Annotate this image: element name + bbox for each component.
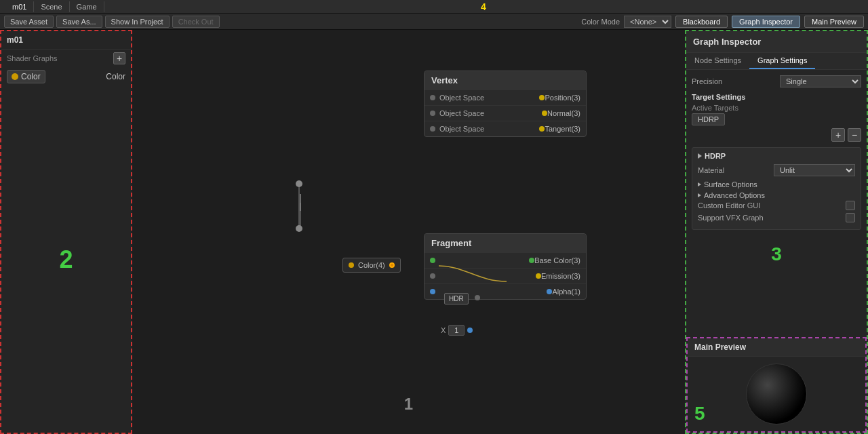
hdr-badge: HDR: [444, 293, 469, 304]
custom-editor-input[interactable]: [846, 201, 855, 210]
tab-game[interactable]: Game: [70, 1, 104, 12]
main-preview-button[interactable]: Main Preview: [804, 16, 864, 28]
vertex-pos-input-dot: [430, 95, 435, 100]
main-preview-title: Main Preview: [688, 338, 865, 357]
hdrp-badge: HDRP: [692, 113, 725, 125]
material-select[interactable]: Unlit: [774, 164, 855, 176]
surface-options-row[interactable]: Surface Options: [698, 179, 855, 190]
left-panel-header: m01: [1, 31, 131, 50]
color-node-label: Color(4): [358, 261, 385, 269]
color-node-output-dot: [389, 262, 395, 268]
graph-settings-tab[interactable]: Graph Settings: [749, 53, 815, 69]
fragment-alpha-output-dot: [547, 289, 552, 294]
material-label: Material: [698, 166, 724, 174]
region-4-label: 4: [481, 1, 486, 12]
remove-target-button[interactable]: −: [848, 128, 861, 142]
support-vfx-row: Support VFX Graph: [698, 213, 855, 222]
inspector-body: Precision Single Target Settings Active …: [686, 70, 867, 337]
vertex-node-header: Vertex: [425, 71, 586, 90]
save-asset-button[interactable]: Save Asset: [4, 16, 54, 28]
vertex-tangent-left-label: Object Space: [439, 125, 535, 133]
advanced-options-label: Advanced Options: [704, 191, 765, 199]
precision-row: Precision Single: [692, 75, 861, 87]
vertex-node: Vertex Object Space Position(3) Object S…: [424, 71, 587, 137]
vertex-normal-label: Normal(3): [547, 109, 580, 117]
toolbar-right: Color Mode <None> Blackboard Graph Inspe…: [581, 16, 864, 28]
plus-minus-row: + −: [692, 128, 861, 142]
tab-scene[interactable]: Scene: [34, 1, 69, 12]
vertex-normal-input-dot: [430, 111, 435, 116]
show-in-project-button[interactable]: Show In Project: [105, 16, 170, 28]
shader-graphs-row: Shader Graphs +: [1, 50, 131, 67]
save-as-button[interactable]: Save As...: [56, 16, 102, 28]
region-5-label: 5: [694, 403, 705, 425]
fragment-node-header: Fragment: [425, 234, 586, 252]
graph-inspector-title: Graph Inspector: [686, 31, 867, 53]
check-out-button[interactable]: Check Out: [172, 16, 220, 28]
node-connector-line: [298, 182, 300, 230]
hdrp-collapse-icon[interactable]: [698, 153, 702, 159]
fragment-emission-row: Emission(3): [425, 268, 586, 283]
fragment-emission-label: Emission(3): [541, 272, 580, 280]
vertex-normal-row: Object Space Normal(3): [425, 105, 586, 121]
center-canvas[interactable]: Vertex Object Space Position(3) Object S…: [132, 30, 685, 434]
connector-dot-top: [296, 180, 302, 187]
vertex-normal-output-dot: [542, 111, 547, 116]
fragment-emission-output-dot: [536, 273, 541, 279]
alpha-dot: [467, 328, 473, 333]
color-node[interactable]: Color(4): [342, 258, 401, 273]
color-node-input-dot: [349, 262, 354, 268]
advanced-options-row[interactable]: Advanced Options: [698, 190, 855, 201]
node-settings-tab[interactable]: Node Settings: [686, 53, 749, 69]
main-preview-panel: Main Preview 5: [686, 337, 867, 433]
advanced-options-icon: [698, 193, 701, 197]
fragment-emission-input-dot: [430, 273, 435, 279]
region-3-label: 3: [692, 243, 861, 265]
color-mode-select[interactable]: <None>: [624, 16, 671, 28]
support-vfx-label: Support VFX Graph: [698, 214, 764, 222]
color-chip[interactable]: Color: [7, 70, 45, 83]
color-dot-icon: [12, 73, 18, 80]
color-label: Color: [106, 72, 125, 81]
hdr-dot: [475, 295, 480, 300]
tab-m01[interactable]: m01: [5, 1, 34, 12]
vertex-tangent-output-dot: [539, 126, 545, 132]
connections-svg: [132, 30, 685, 434]
custom-editor-row: Custom Editor GUI: [698, 201, 855, 210]
fragment-basecolor-row: Base Color(3): [425, 252, 586, 268]
panel-title: m01: [7, 35, 23, 45]
hdrp-section-title: HDRP: [705, 152, 726, 160]
title-bar: m01 Scene Game 4: [0, 0, 868, 14]
vertex-normal-left-label: Object Space: [439, 109, 538, 117]
surface-options-label: Surface Options: [704, 180, 757, 189]
precision-select[interactable]: Single: [780, 75, 861, 87]
wire-svg: [132, 30, 685, 434]
fragment-basecolor-label: Base Color(3): [534, 256, 580, 264]
blackboard-button[interactable]: Blackboard: [675, 16, 728, 28]
shader-graphs-label: Shader Graphs: [7, 54, 58, 62]
add-shader-button[interactable]: +: [113, 52, 125, 64]
vertex-tangent-row: Object Space Tangent(3): [425, 121, 586, 136]
vertex-position-row: Object Space Position(3): [425, 90, 586, 105]
graph-inspector-button[interactable]: Graph Inspector: [732, 16, 800, 28]
support-vfx-checkbox[interactable]: [846, 213, 855, 222]
connector-dot-bottom: [296, 225, 302, 232]
material-row: Material Unlit: [698, 164, 855, 176]
region-2-label: 2: [1, 86, 131, 433]
alpha-row: X 1: [441, 325, 473, 336]
alpha-input[interactable]: 1: [448, 325, 465, 336]
custom-editor-label: Custom Editor GUI: [698, 201, 760, 210]
left-panel: m01 Shader Graphs + Color Color 2: [0, 30, 132, 434]
right-panel: Graph Inspector Node Settings Graph Sett…: [685, 30, 868, 434]
target-settings-header: Target Settings: [692, 93, 861, 101]
fragment-alpha-input-dot: [430, 289, 435, 294]
active-targets-label: Active Targets: [692, 104, 861, 112]
toolbar: Save Asset Save As... Show In Project Ch…: [0, 14, 868, 30]
fragment-alpha-label: Alpha(1): [552, 288, 580, 296]
fragment-basecolor-output-dot: [529, 258, 534, 263]
main-area: m01 Shader Graphs + Color Color 2 Vertex: [0, 30, 868, 434]
surface-options-icon: [698, 182, 701, 186]
hdrp-section: HDRP Material Unlit Surface Options Adva…: [692, 147, 861, 230]
inspector-tabs: Node Settings Graph Settings: [686, 53, 867, 70]
add-target-button[interactable]: +: [831, 128, 845, 142]
